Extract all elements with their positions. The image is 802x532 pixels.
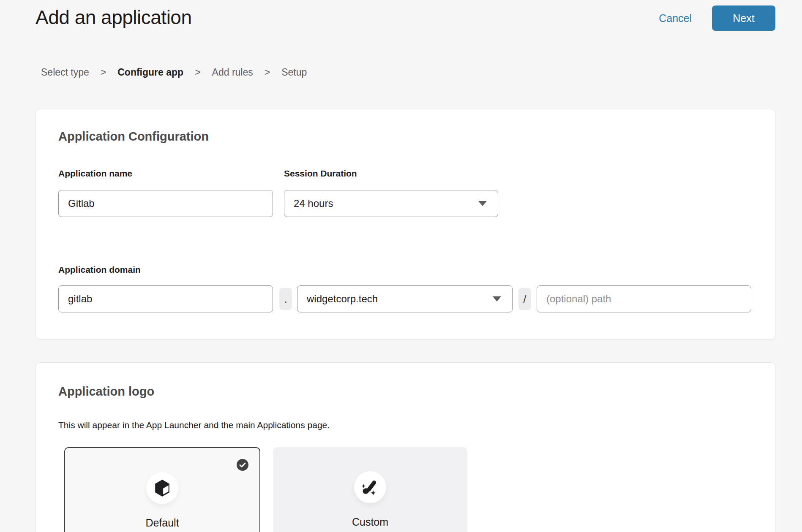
breadcrumb-step-add-rules[interactable]: Add rules (212, 67, 253, 78)
breadcrumb-step-configure-app[interactable]: Configure app (117, 67, 183, 78)
session-duration-label: Session Duration (284, 168, 357, 179)
application-logo-card: Application logo This will appear in the… (35, 362, 775, 532)
header-actions: Cancel Next (659, 5, 775, 31)
application-name-input[interactable] (58, 190, 273, 217)
cancel-button[interactable]: Cancel (659, 12, 692, 24)
breadcrumb-step-select-type[interactable]: Select type (41, 67, 89, 78)
selected-check-icon (237, 459, 248, 471)
subdomain-input[interactable] (58, 285, 273, 312)
cube-icon (154, 479, 170, 497)
domain-select[interactable]: widgetcorp.tech (297, 285, 513, 312)
default-logo-circle (146, 472, 178, 504)
page-title: Add an application (35, 6, 192, 29)
application-logo-description: This will appear in the App Launcher and… (58, 420, 330, 430)
breadcrumb-separator: > (265, 67, 270, 78)
logo-option-label: Default (65, 517, 259, 529)
session-duration-value: 24 hours (294, 198, 333, 209)
chevron-down-icon (478, 201, 487, 206)
paintbrush-icon (361, 478, 379, 497)
session-duration-select[interactable]: 24 hours (284, 190, 498, 217)
breadcrumb-separator: > (195, 67, 200, 78)
breadcrumb-separator: > (101, 67, 106, 78)
path-input[interactable] (537, 285, 751, 312)
breadcrumb: Select type > Configure app > Add rules … (41, 67, 307, 78)
next-button[interactable]: Next (712, 5, 775, 31)
domain-value: widgetcorp.tech (307, 293, 378, 305)
logo-option-default[interactable]: Default (64, 447, 260, 532)
logo-option-label: Custom (273, 516, 467, 528)
slash-separator: / (518, 288, 531, 310)
application-domain-label: Application domain (58, 265, 141, 275)
custom-logo-circle (354, 471, 386, 503)
application-name-label: Application name (58, 168, 132, 179)
application-logo-heading: Application logo (58, 385, 154, 399)
breadcrumb-step-setup[interactable]: Setup (281, 67, 307, 78)
dot-separator: . (279, 288, 292, 310)
chevron-down-icon (493, 296, 501, 301)
application-configuration-heading: Application Configuration (58, 130, 209, 144)
application-configuration-card: Application Configuration Application na… (35, 109, 775, 339)
logo-option-custom[interactable]: Custom (273, 447, 467, 532)
